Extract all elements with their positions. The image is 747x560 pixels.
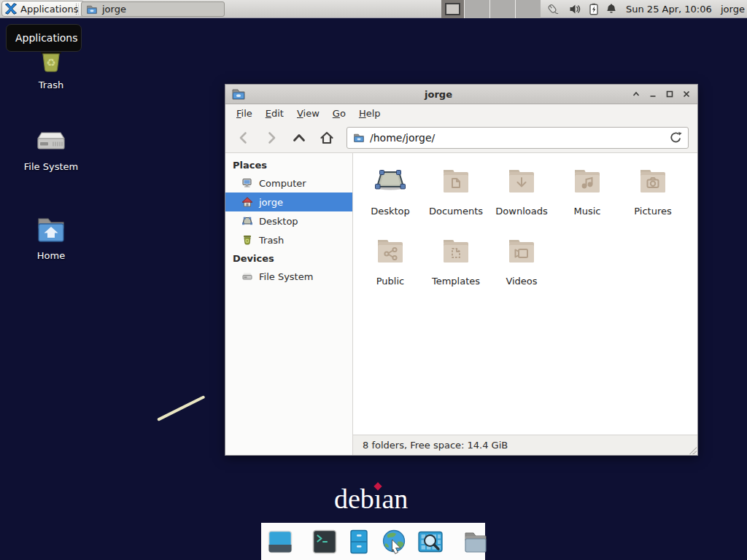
sidebar-item-label: Computer <box>259 178 306 189</box>
folder-documents-icon <box>438 160 473 198</box>
dock <box>261 523 485 560</box>
panel-clock[interactable]: Sun 25 Apr, 10:06 <box>626 4 712 15</box>
sidebar-item-computer[interactable]: Computer <box>225 174 352 192</box>
file-item-pictures[interactable]: Pictures <box>620 160 686 229</box>
file-item-videos[interactable]: Videos <box>489 230 554 299</box>
menu-file[interactable]: File <box>230 106 259 121</box>
resize-grip[interactable] <box>688 446 697 454</box>
home-button[interactable] <box>317 128 336 148</box>
desktop-root: { "colors": { "desktop_bg": "#0e1033", "… <box>0 0 747 560</box>
file-label: Videos <box>506 276 537 287</box>
desktop-icon-label: File System <box>24 161 78 172</box>
battery-icon[interactable] <box>588 3 600 15</box>
file-item-public[interactable]: Public <box>357 230 423 299</box>
back-button[interactable] <box>234 128 253 148</box>
sidebar-item-label: File System <box>259 271 313 282</box>
up-button[interactable] <box>290 128 309 148</box>
folder-videos-icon <box>504 230 539 268</box>
file-view[interactable]: Desktop Documents <box>353 153 697 435</box>
sidebar-item-jorge[interactable]: jorge <box>225 192 352 211</box>
maximize-button[interactable] <box>665 89 675 99</box>
file-label: Desktop <box>371 206 410 217</box>
reload-icon[interactable] <box>670 131 682 144</box>
statusbar-text: 8 folders, Free space: 14.4 GiB <box>363 440 508 451</box>
desktop-icon-label: Trash <box>39 79 63 90</box>
taskbar-grip[interactable] <box>76 4 79 15</box>
file-item-music[interactable]: Music <box>554 160 620 229</box>
volume-icon[interactable] <box>569 3 581 15</box>
sidebar-item-desktop[interactable]: Desktop <box>225 211 352 230</box>
terminal-icon[interactable] <box>311 529 338 555</box>
folder-templates-icon <box>438 230 473 268</box>
menu-edit[interactable]: Edit <box>259 106 290 121</box>
menubar: File Edit View Go Help <box>225 104 697 122</box>
computer-icon <box>241 177 253 189</box>
sidebar-item-trash[interactable]: Trash <box>225 230 352 249</box>
path-input[interactable]: /home/jorge/ <box>370 132 435 144</box>
path-bar[interactable]: /home/jorge/ <box>347 127 689 149</box>
taskbar-window-label: jorge <box>102 4 126 15</box>
applications-menu-label: Applications <box>20 4 78 15</box>
desktop-icon <box>241 215 253 227</box>
home-folder-icon <box>34 212 69 247</box>
panel-username[interactable]: jorge <box>721 4 745 15</box>
toolbar: /home/jorge/ <box>225 122 697 153</box>
top-panel: Applications jorge <box>0 0 747 18</box>
file-manager-window: jorge File Edit View Go Help <box>225 84 698 456</box>
menu-go[interactable]: Go <box>326 106 352 121</box>
window-title: jorge <box>246 89 631 100</box>
file-label: Music <box>574 206 601 217</box>
file-label: Downloads <box>495 206 547 217</box>
sidebar-item-label: Trash <box>259 235 284 246</box>
workspace-3[interactable] <box>489 0 515 18</box>
statusbar: 8 folders, Free space: 14.4 GiB <box>353 435 697 455</box>
folder-music-icon <box>570 160 605 198</box>
file-label: Templates <box>432 276 480 287</box>
sidebar-item-label: Desktop <box>259 216 298 227</box>
workspace-window-preview <box>445 3 460 15</box>
workspace-2[interactable] <box>464 0 489 18</box>
menu-help[interactable]: Help <box>352 106 387 121</box>
show-desktop-icon[interactable] <box>267 529 294 555</box>
pathbar-folder-icon <box>353 132 365 144</box>
file-item-documents[interactable]: Documents <box>423 160 489 229</box>
xfce-logo-icon <box>4 2 18 15</box>
file-label: Public <box>376 276 404 287</box>
desktop-icon-home[interactable]: Home <box>18 212 85 261</box>
menu-view[interactable]: View <box>290 106 326 121</box>
file-item-templates[interactable]: Templates <box>423 230 489 299</box>
sidebar-item-label: jorge <box>259 197 283 208</box>
file-label: Documents <box>429 206 483 217</box>
desktop-line-artifact <box>157 395 205 421</box>
application-finder-icon[interactable] <box>417 529 444 555</box>
mouse-icon[interactable] <box>546 3 559 16</box>
applications-tooltip: Applications <box>6 24 82 52</box>
web-browser-globe-icon[interactable] <box>380 529 408 555</box>
folder-downloads-icon <box>504 160 539 198</box>
sidebar: Places Computer <box>225 153 353 455</box>
file-item-desktop[interactable]: Desktop <box>357 160 423 229</box>
taskbar-window-button[interactable]: jorge <box>81 1 225 17</box>
close-button[interactable] <box>681 89 692 99</box>
workspace-switcher[interactable] <box>441 0 541 18</box>
debian-logo: debıan <box>334 483 408 515</box>
notifications-bell-icon[interactable] <box>605 3 617 15</box>
sidebar-item-file-system[interactable]: File System <box>225 267 352 286</box>
desktop-icon-file-system[interactable]: File System <box>18 123 85 172</box>
forward-button[interactable] <box>262 128 281 148</box>
svg-text:♻: ♻ <box>46 56 55 69</box>
directory-menu-folder-icon[interactable] <box>462 529 489 555</box>
window-titlebar[interactable]: jorge <box>225 85 697 104</box>
folder-icon <box>86 4 98 15</box>
file-manager-cabinet-icon[interactable] <box>347 529 371 555</box>
trash-icon <box>241 234 253 246</box>
workspace-4[interactable] <box>515 0 541 18</box>
folder-pictures-icon <box>635 160 670 198</box>
minimize-button[interactable] <box>648 89 658 99</box>
file-item-downloads[interactable]: Downloads <box>489 160 554 229</box>
shade-button[interactable] <box>631 89 641 99</box>
sidebar-devices-header: Devices <box>225 249 352 267</box>
applications-menu-button[interactable]: Applications <box>1 1 85 17</box>
workspace-1[interactable] <box>441 0 464 18</box>
drive-icon <box>241 271 253 282</box>
